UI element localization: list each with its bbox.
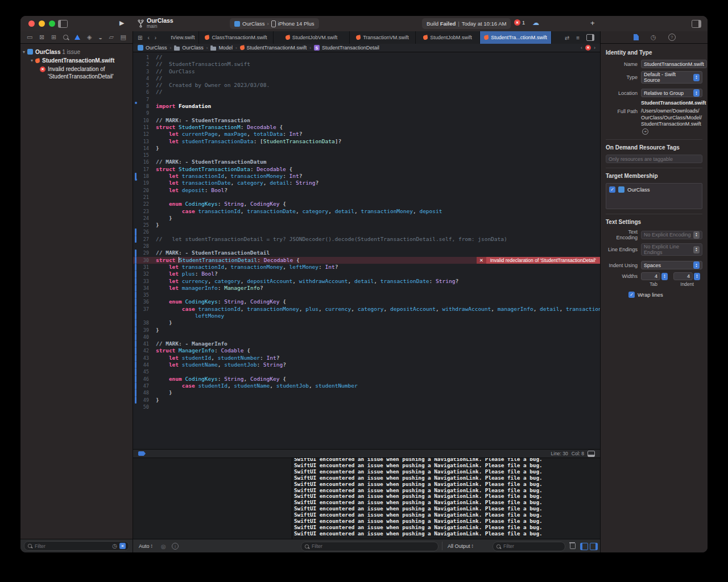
cloud-status-icon[interactable]: ☁	[532, 19, 539, 27]
inspector-divider[interactable]	[600, 31, 601, 552]
report-navigator-icon[interactable]: ▤	[121, 34, 126, 41]
code-line[interactable]: 28	[133, 243, 600, 250]
code-line[interactable]: 47 case studentId, studentName, studentJ…	[133, 383, 600, 389]
code-line[interactable]: 27// let studentTransactionDetail = try?…	[133, 236, 600, 243]
code-line[interactable]: 40	[133, 334, 600, 340]
code-line[interactable]: 12 let currentPage, maxPage, totalData: …	[133, 131, 600, 138]
code-line[interactable]: 37 case transactionId, transactionMoney,…	[133, 306, 600, 313]
variables-view-mode[interactable]: Auto ▴▾	[139, 539, 152, 552]
code-line[interactable]: 30struct StudentTransactionDetail: Decod…	[133, 257, 600, 264]
indent-width-stepper[interactable]: 4 ▴▾	[673, 272, 700, 280]
code-line[interactable]: 16// MARK: - StudentTransactionDatum	[133, 159, 600, 165]
eye-icon[interactable]: ◎	[161, 539, 166, 552]
code-line[interactable]: 39}	[133, 327, 600, 334]
code-line[interactable]: 9	[133, 110, 600, 117]
code-line[interactable]: 31 let transactionId, transactionMoney, …	[133, 264, 600, 271]
code-line[interactable]: 14}	[133, 145, 600, 152]
debug-navigator-icon[interactable]: ◒	[98, 34, 102, 41]
tab-classtransactionm-swift[interactable]: ClassTransactionM.swift	[199, 31, 274, 44]
code-line[interactable]: 18 let transactionId, transactionMoney: …	[133, 173, 600, 180]
code-line[interactable]: 5// Created by Owner on 2023/03/08.	[133, 82, 600, 89]
code-line[interactable]: 1//	[133, 54, 600, 61]
code-line[interactable]: 3// OurClass	[133, 68, 600, 75]
checkbox-checked-icon[interactable]: ✓	[628, 292, 635, 298]
stepper-arrows-icon[interactable]: ▴▾	[661, 273, 668, 280]
disclosure-icon[interactable]: ▾	[31, 57, 33, 64]
console-scope-select[interactable]: All Output ▴▾	[448, 539, 473, 552]
code-line[interactable]: 15	[133, 152, 600, 159]
help-inspector-icon[interactable]: ?	[668, 34, 676, 41]
code-line[interactable]: 4//	[133, 75, 600, 82]
code-line[interactable]: 41// MARK: - ManagerInfo	[133, 340, 600, 347]
tab-width-stepper[interactable]: 4 ▴▾	[641, 272, 668, 280]
code-line[interactable]: 46 enum CodingKeys: String, CodingKey {	[133, 376, 600, 383]
breadcrumb-item[interactable]: OurClass	[174, 45, 204, 51]
code-line[interactable]: 33 let currency, category, depositAccoun…	[133, 278, 600, 285]
code-line[interactable]: 8import Foundation	[133, 103, 600, 110]
code-line[interactable]: 24 }	[133, 215, 600, 222]
stepper-arrows-icon[interactable]: ▴▾	[694, 273, 700, 280]
issue-badge-icon[interactable]: ✕	[585, 45, 591, 51]
type-select[interactable]: Default - Swift Source ▴▾	[641, 71, 702, 84]
issue-group-file[interactable]: ▾ StudentTransactionM.swift	[20, 56, 133, 65]
error-count-badge[interactable]: ✕ 1	[514, 19, 525, 26]
indent-select[interactable]: Spaces ▴▾	[641, 261, 702, 269]
code-editor[interactable]: 1//2// StudentTransactionM.swift3// OurC…	[133, 52, 600, 449]
breadcrumb-item[interactable]: SStudentTransactionDetail	[314, 45, 379, 51]
code-line[interactable]: 7	[133, 96, 600, 103]
test-navigator-icon[interactable]: ◈	[87, 34, 92, 41]
info-icon[interactable]: i	[172, 539, 179, 552]
code-line[interactable]: 13 let studentTransactionData: [StudentT…	[133, 138, 600, 145]
show-variables-view-icon[interactable]	[580, 539, 588, 552]
name-field[interactable]: StudentTransactionM.swift	[641, 60, 707, 68]
navigator-filter-input[interactable]: Filter ◷ ✕	[24, 541, 129, 551]
editor-grid-icon[interactable]: ⊞	[138, 35, 142, 41]
prev-issue-icon[interactable]: ‹	[581, 45, 582, 51]
error-annotation[interactable]: ✕Invalid redeclaration of 'StudentTransa…	[477, 257, 600, 264]
code-line[interactable]: 36 enum CodingKeys: String, CodingKey {	[133, 298, 600, 305]
add-editor-icon[interactable]	[586, 34, 594, 41]
add-tab-button[interactable]: +	[590, 19, 595, 27]
console-filter-input[interactable]: Filter	[493, 539, 565, 552]
code-line[interactable]: 43 let studentId, studentNumber: Int?	[133, 355, 600, 361]
code-line[interactable]: 49}	[133, 397, 600, 404]
tab-tview-swift[interactable]: tView.swift	[167, 31, 199, 44]
code-line[interactable]: 11struct StudentTransactionM: Decodable …	[133, 124, 600, 131]
navigator-divider[interactable]	[133, 31, 133, 552]
breadcrumb-item[interactable]: StudentTransactionM.swift	[240, 45, 307, 51]
code-line[interactable]: 29// MARK: - StudentTransactionDetail	[133, 250, 600, 256]
errors-only-toggle-icon[interactable]: ✕	[119, 543, 126, 549]
checkbox-checked-icon[interactable]: ✓	[609, 186, 615, 193]
adjust-editor-icon[interactable]: ≡	[576, 35, 580, 41]
target-row[interactable]: ✓ OurClass	[609, 186, 699, 193]
code-line[interactable]: 32 let plus: Bool?	[133, 271, 600, 277]
file-inspector-icon-selected[interactable]	[634, 34, 639, 40]
adjust-editor-bottom-icon[interactable]	[588, 451, 595, 457]
scheme-selector[interactable]: OurClass › iPhone 14 Plus	[230, 18, 319, 29]
code-line[interactable]: 17struct StudentTransactionData: Decodab…	[133, 166, 600, 173]
tab-studentjobm-swift[interactable]: StudentJobM.swift	[416, 31, 480, 44]
run-button[interactable]: ▶	[119, 19, 124, 27]
toggle-inspector-icon[interactable]	[692, 20, 701, 28]
code-line[interactable]: 35	[133, 292, 600, 298]
code-review-icon[interactable]: ⇄	[565, 35, 569, 41]
issue-navigator-icon-selected[interactable]	[75, 35, 80, 40]
zoom-window-button[interactable]	[49, 20, 55, 27]
code-line[interactable]: 25}	[133, 222, 600, 228]
wrap-lines-row[interactable]: ✓ Wrap lines	[628, 292, 702, 298]
breadcrumb-item[interactable]: Model	[210, 45, 233, 51]
code-line[interactable]: 38 }	[133, 319, 600, 326]
code-line[interactable]: 26	[133, 228, 600, 235]
issue-group-project[interactable]: ▾ OurClass 1 issue	[20, 48, 133, 56]
tab-transactionvm-swift[interactable]: TransactionVM.swift	[350, 31, 416, 44]
recent-issues-icon[interactable]: ◷	[112, 543, 117, 549]
console-output[interactable]: SwiftUI encountered an issue when pushin…	[294, 458, 598, 537]
code-line[interactable]: 44 let studentName, studentJob: String?	[133, 361, 600, 368]
location-select[interactable]: Relative to Group ▴▾	[641, 89, 702, 97]
breakpoint-icon[interactable]	[138, 451, 146, 456]
next-issue-icon[interactable]: ›	[594, 45, 595, 51]
code-line[interactable]: 45	[133, 368, 600, 375]
activity-status[interactable]: Build Failed | Today at 10:16 AM	[422, 18, 511, 29]
tab-studenttra-ctionm-swift[interactable]: StudentTra...ctionM.swift	[480, 31, 552, 44]
disclosure-icon[interactable]: ▾	[23, 49, 25, 55]
